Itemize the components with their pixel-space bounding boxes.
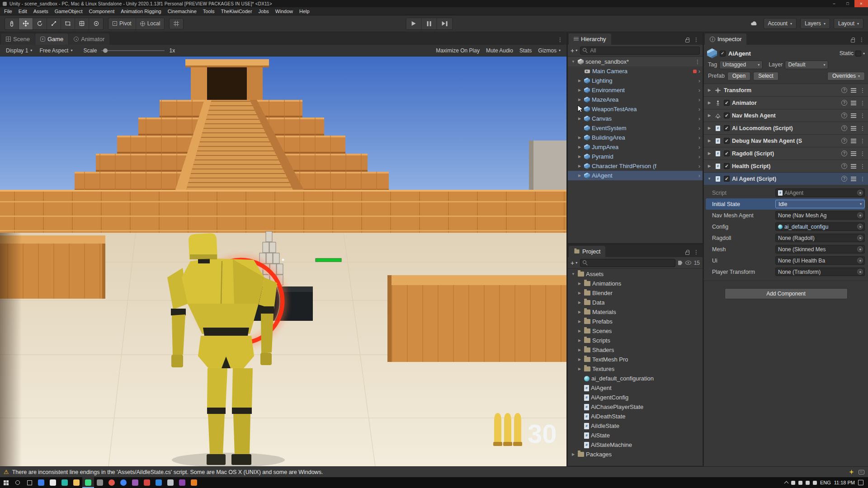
kebab-menu-icon[interactable]: ⋮ xyxy=(693,249,699,255)
foldout-icon[interactable]: ▶ xyxy=(707,114,712,117)
ui-field[interactable]: None (UI Health Ba xyxy=(775,256,865,265)
hierarchy-item-aiagent[interactable]: ▶ AiAgent › xyxy=(568,171,703,180)
create-asset-button[interactable]: + ▾ xyxy=(571,259,577,267)
foldout-icon[interactable]: ▶ xyxy=(707,139,712,143)
foldout-icon[interactable]: ▶ xyxy=(707,89,712,92)
prefab-open-chevron-icon[interactable]: › xyxy=(698,163,700,169)
component-ai-locomotion[interactable]: ▶ # ✓ Ai Locomotion (Script) ? ⋮ xyxy=(704,122,868,134)
component-enabled-checkbox[interactable]: ✓ xyxy=(724,150,730,156)
foldout-icon[interactable]: ▶ xyxy=(577,282,582,286)
foldout-icon[interactable]: ▶ xyxy=(577,320,582,324)
cloud-icon[interactable] xyxy=(750,20,760,27)
preset-icon[interactable] xyxy=(851,126,856,131)
menu-assets[interactable]: Assets xyxy=(30,8,52,15)
taskbar-app-5[interactable] xyxy=(94,477,106,488)
help-icon[interactable]: ? xyxy=(841,113,847,118)
taskbar-search-button[interactable] xyxy=(12,477,24,488)
component-health[interactable]: ▶ # ✓ Health (Script) ? ⋮ xyxy=(704,160,868,172)
nav-mesh-agent-field[interactable]: None (Nav Mesh Ag xyxy=(775,211,865,220)
taskbar-app-6[interactable] xyxy=(106,477,118,488)
project-folder-blender[interactable]: ▶ Blender xyxy=(568,288,703,298)
project-file-aistatemachine[interactable]: # AiStateMachine xyxy=(568,440,703,450)
rotate-tool-button[interactable] xyxy=(33,18,47,29)
project-packages-root[interactable]: ▶ Packages xyxy=(568,450,703,459)
lock-icon[interactable] xyxy=(685,252,689,255)
tray-icon[interactable] xyxy=(813,481,817,485)
foldout-icon[interactable]: ▶ xyxy=(577,174,582,178)
aspect-dropdown[interactable]: Free Aspect ▾ xyxy=(37,47,75,55)
help-icon[interactable]: ? xyxy=(841,150,847,156)
preset-icon[interactable] xyxy=(851,101,856,105)
prefab-open-chevron-icon[interactable]: › xyxy=(698,68,700,74)
help-icon[interactable]: ? xyxy=(841,163,847,169)
taskbar-app-1[interactable] xyxy=(35,477,47,488)
close-button[interactable]: × xyxy=(854,0,868,7)
prefab-overrides-button[interactable]: Overrides ▾ xyxy=(827,72,865,80)
prefab-open-chevron-icon[interactable]: › xyxy=(698,87,700,93)
bake-status-icon[interactable] xyxy=(849,469,854,474)
game-viewport[interactable]: 30 xyxy=(0,56,566,466)
step-button[interactable] xyxy=(437,18,453,29)
foldout-icon[interactable]: ▶ xyxy=(577,89,582,92)
gameobject-name-field[interactable]: AiAgent xyxy=(728,50,837,57)
foldout-icon[interactable]: ▶ xyxy=(577,136,582,140)
maximize-button[interactable]: □ xyxy=(841,0,854,7)
language-indicator[interactable]: ENG xyxy=(820,480,831,485)
tray-icon[interactable] xyxy=(791,481,795,485)
kebab-menu-icon[interactable]: ⋮ xyxy=(693,37,699,42)
project-folder-textures[interactable]: ▶ Textures xyxy=(568,364,703,374)
kebab-menu-icon[interactable]: ⋮ xyxy=(860,164,865,169)
kebab-menu-icon[interactable]: ⋮ xyxy=(557,37,563,42)
project-assets-root[interactable]: ▼ Assets xyxy=(568,269,703,279)
taskbar-app-2[interactable] xyxy=(47,477,59,488)
component-enabled-checkbox[interactable]: ✓ xyxy=(724,176,730,182)
taskbar-app-12[interactable] xyxy=(176,477,188,488)
foldout-icon[interactable]: ▶ xyxy=(577,79,582,83)
maximize-on-play-toggle[interactable]: Maximize On Play xyxy=(433,47,482,55)
project-file-aiagentconfig[interactable]: # AiAgentConfig xyxy=(568,393,703,402)
object-picker-icon[interactable] xyxy=(857,235,863,241)
hierarchy-item-mazearea[interactable]: ▶ MazeArea › xyxy=(568,95,703,104)
display-dropdown[interactable]: Display 1 ▾ xyxy=(3,47,35,55)
menu-tools[interactable]: Tools xyxy=(200,8,218,15)
kebab-menu-icon[interactable]: ⋮ xyxy=(860,113,865,118)
hierarchy-item-environment[interactable]: ▶ Environment › xyxy=(568,85,703,95)
component-nav-mesh-agent[interactable]: ▶ ✓ Nav Mesh Agent ? ⋮ xyxy=(704,109,868,122)
menu-window[interactable]: Window xyxy=(272,8,296,15)
config-field[interactable]: ai_default_configu xyxy=(775,222,865,231)
tray-icon[interactable] xyxy=(798,481,802,485)
script-field[interactable]: # AiAgent xyxy=(775,188,865,197)
add-component-button[interactable]: Add Component xyxy=(725,288,848,299)
hierarchy-item-weapontestarea[interactable]: ▶ WeaponTestArea › xyxy=(568,104,703,114)
menu-gameobject[interactable]: GameObject xyxy=(52,8,86,15)
taskbar-app-unity[interactable] xyxy=(82,477,94,488)
start-button[interactable] xyxy=(0,477,12,488)
project-file-aiidlestate[interactable]: # AiIdleState xyxy=(568,421,703,431)
tray-expand-icon[interactable] xyxy=(784,481,788,486)
project-folder-data[interactable]: ▶ Data xyxy=(568,298,703,307)
create-object-button[interactable]: + ▾ xyxy=(571,47,577,54)
tab-hierarchy[interactable]: Hierarchy xyxy=(569,33,611,45)
component-debug-nav-mesh-agent[interactable]: ▶ # ✓ Debug Nav Mesh Agent (S ? ⋮ xyxy=(704,135,868,147)
hierarchy-item-main-camera[interactable]: Main Camera › xyxy=(568,66,703,76)
prefab-open-chevron-icon[interactable]: › xyxy=(698,144,700,150)
prefab-open-chevron-icon[interactable]: › xyxy=(698,116,700,122)
menu-help[interactable]: Help xyxy=(296,8,313,15)
kebab-menu-icon[interactable]: ⋮ xyxy=(860,138,865,144)
pivot-toggle-button[interactable]: Pivot xyxy=(108,18,136,29)
tab-game[interactable]: Game xyxy=(35,33,68,45)
transform-tool-button[interactable] xyxy=(75,18,89,29)
stats-toggle[interactable]: Stats xyxy=(517,47,534,55)
hierarchy-item-jumparea[interactable]: ▶ JumpArea › xyxy=(568,142,703,152)
prefab-open-chevron-icon[interactable]: › xyxy=(698,125,700,131)
local-toggle-button[interactable]: Local xyxy=(136,18,165,29)
project-folder-scripts[interactable]: ▶ Scripts xyxy=(568,336,703,345)
tab-inspector[interactable]: i Inspector xyxy=(705,33,746,45)
help-icon[interactable]: ? xyxy=(841,100,847,106)
component-enabled-checkbox[interactable]: ✓ xyxy=(724,100,730,106)
scale-tool-button[interactable] xyxy=(47,18,61,29)
console-icon[interactable] xyxy=(859,470,864,474)
hierarchy-item-pyramid[interactable]: ▶ Pyramid › xyxy=(568,152,703,161)
foldout-icon[interactable]: ▶ xyxy=(577,310,582,314)
tab-project[interactable]: Project xyxy=(569,246,605,257)
